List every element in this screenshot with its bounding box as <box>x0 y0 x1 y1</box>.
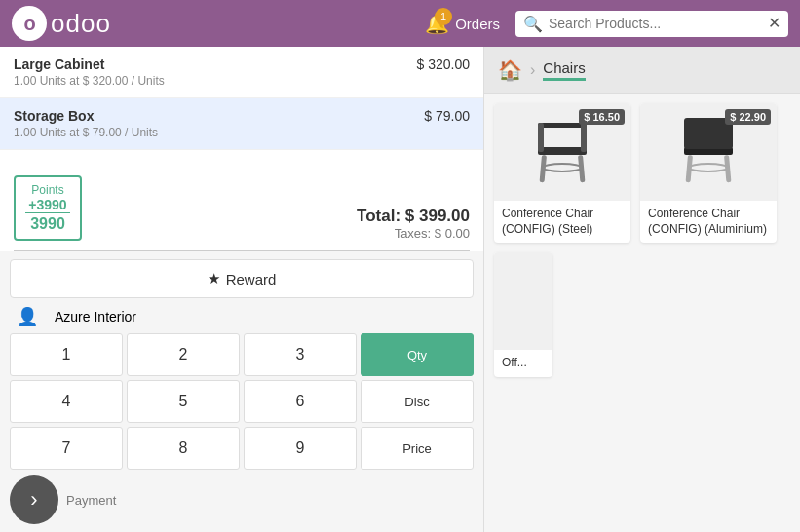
item-price: $ 79.00 <box>424 108 470 124</box>
header: o odoo 🔔 1 Orders 🔍 ✕ <box>0 0 800 47</box>
breadcrumb-separator: › <box>530 61 535 79</box>
numpad-7[interactable]: 7 <box>10 427 123 470</box>
numpad-8[interactable]: 8 <box>127 427 240 470</box>
payment-arrow-icon: › <box>30 487 37 513</box>
product-price-badge: $ 16.50 <box>579 109 625 125</box>
svg-point-6 <box>543 164 582 171</box>
product-image: $ 16.50 <box>494 103 630 201</box>
product-image-partial <box>494 252 552 350</box>
payment-area: › Payment <box>10 475 474 524</box>
search-clear-button[interactable]: ✕ <box>768 16 781 31</box>
total-value: $ 399.00 <box>405 207 470 225</box>
bottom-controls: ★ Reward 👤 Azure Interior 1 2 3 Qty 4 5 … <box>0 251 483 532</box>
breadcrumb-home-button[interactable]: 🏠 <box>498 58 522 82</box>
product-price-badge: $ 22.90 <box>725 109 771 125</box>
search-bar: 🔍 ✕ <box>515 11 788 37</box>
numpad-2[interactable]: 2 <box>127 333 240 376</box>
order-items-list: Large Cabinet 1.00 Units at $ 320.00 / U… <box>0 47 483 166</box>
payment-label: Payment <box>66 493 116 508</box>
points-box: Points +3990 3990 <box>14 175 82 241</box>
numpad-qty[interactable]: Qty <box>361 333 474 376</box>
product-card-office-partial[interactable]: Off... <box>494 252 552 377</box>
total-line: Total: $ 399.00 <box>357 207 470 226</box>
product-grid: $ 16.50 Conference <box>484 94 800 387</box>
points-gained: +3990 <box>25 197 70 212</box>
reward-label: Reward <box>226 271 277 287</box>
payment-button[interactable]: › <box>10 475 58 524</box>
reward-button[interactable]: ★ Reward <box>10 259 474 298</box>
numpad-9[interactable]: 9 <box>244 427 357 470</box>
left-panel: Large Cabinet 1.00 Units at $ 320.00 / U… <box>0 47 484 532</box>
numpad-1[interactable]: 1 <box>10 333 123 376</box>
customer-icon: 👤 <box>10 306 45 327</box>
svg-point-11 <box>689 164 728 171</box>
svg-rect-2 <box>538 123 544 152</box>
numpad-6[interactable]: 6 <box>244 380 357 423</box>
item-name: Large Cabinet <box>14 57 165 72</box>
product-name-partial: Off... <box>494 350 552 377</box>
chair-image-aluminium <box>674 113 743 191</box>
order-item-storage-box[interactable]: Storage Box 1.00 Units at $ 79.00 / Unit… <box>0 98 483 150</box>
breadcrumb-current[interactable]: Chairs <box>543 59 585 81</box>
logo-circle: o <box>12 6 47 41</box>
numpad-grid: 1 2 3 Qty 4 5 6 Disc 7 8 9 Price <box>10 333 474 470</box>
reward-star-icon: ★ <box>208 270 220 287</box>
product-card-aluminium-chair[interactable]: $ 22.90 Conference Chair (CONFIG) (Alumi… <box>640 103 777 243</box>
search-icon: 🔍 <box>523 15 543 33</box>
numpad-5[interactable]: 5 <box>127 380 240 423</box>
svg-rect-0 <box>538 147 587 155</box>
product-image: $ 22.90 <box>640 103 777 201</box>
customer-row: 👤 Azure Interior <box>10 306 474 327</box>
order-item-large-cabinet[interactable]: Large Cabinet 1.00 Units at $ 320.00 / U… <box>0 47 483 98</box>
chair-image-steel <box>528 113 596 191</box>
orders-label: Orders <box>455 16 500 32</box>
summary-area: Points +3990 3990 Total: $ 399.00 Taxes:… <box>0 166 483 250</box>
item-name: Storage Box <box>14 108 158 124</box>
product-name: Conference Chair (CONFIG) (Steel) <box>494 201 630 243</box>
orders-badge: 1 <box>435 8 452 25</box>
item-detail: 1.00 Units at $ 79.00 / Units <box>14 126 158 139</box>
total-label: Total: <box>357 207 400 225</box>
svg-rect-3 <box>581 123 587 152</box>
numpad-price[interactable]: Price <box>361 427 474 470</box>
totals: Total: $ 399.00 Taxes: $ 0.00 <box>357 207 470 241</box>
points-label: Points <box>25 183 70 197</box>
home-icon: 🏠 <box>498 59 522 81</box>
numpad-disc[interactable]: Disc <box>361 380 474 423</box>
product-card-steel-chair[interactable]: $ 16.50 Conference <box>494 103 630 243</box>
customer-name: Azure Interior <box>55 309 474 324</box>
tax-value: $ 0.00 <box>435 226 470 241</box>
tax-line: Taxes: $ 0.00 <box>357 226 470 241</box>
numpad-4[interactable]: 4 <box>10 380 123 423</box>
breadcrumb: 🏠 › Chairs <box>484 47 800 94</box>
logo-text: odoo <box>51 9 111 39</box>
points-total: 3990 <box>25 212 70 233</box>
odoo-logo: o odoo <box>12 6 111 41</box>
item-detail: 1.00 Units at $ 320.00 / Units <box>14 74 165 88</box>
main-layout: Large Cabinet 1.00 Units at $ 320.00 / U… <box>0 47 800 532</box>
product-name: Conference Chair (CONFIG) (Aluminium) <box>640 201 777 243</box>
numpad-3[interactable]: 3 <box>244 333 357 376</box>
item-price: $ 320.00 <box>417 57 471 72</box>
orders-button[interactable]: 🔔 1 Orders <box>425 12 500 35</box>
right-panel: 🏠 › Chairs $ 16.50 <box>484 47 800 532</box>
search-input[interactable] <box>549 16 762 31</box>
tax-label: Taxes: <box>395 226 432 241</box>
